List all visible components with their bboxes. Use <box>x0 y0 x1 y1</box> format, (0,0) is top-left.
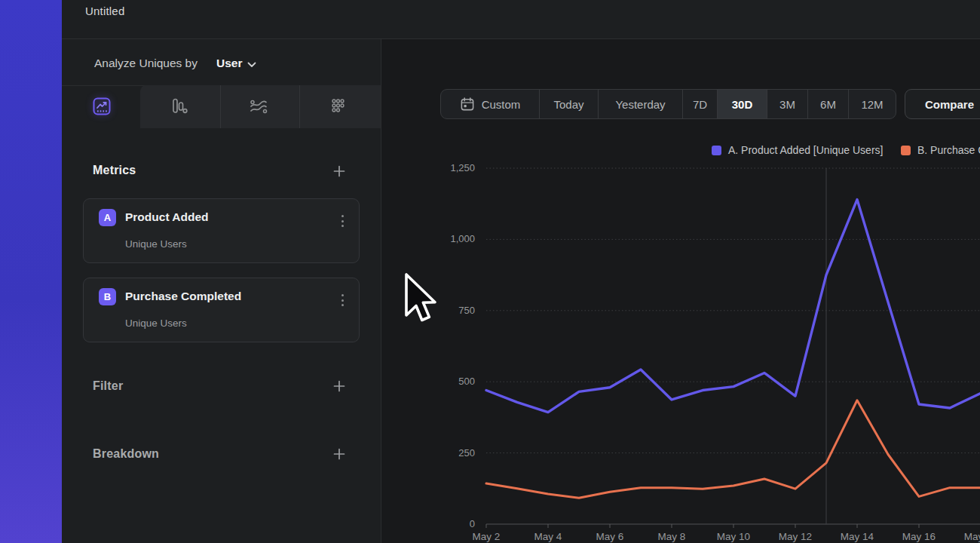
chevron-down-icon <box>247 62 256 68</box>
tab-divider <box>299 85 300 128</box>
line-chart-icon <box>93 97 111 115</box>
plus-icon <box>333 165 345 177</box>
metric-subtitle[interactable]: Unique Users <box>125 318 187 329</box>
tab-insights[interactable] <box>84 89 119 124</box>
line-chart[interactable] <box>381 39 980 543</box>
add-metric-button[interactable] <box>332 164 346 178</box>
add-breakdown-button[interactable] <box>332 447 346 461</box>
metric-title: Purchase Completed <box>125 290 241 303</box>
breakdown-heading: Breakdown <box>93 447 159 461</box>
tab-divider <box>220 85 221 128</box>
metric-card-b[interactable]: B Purchase Completed Unique Users <box>83 278 360 342</box>
add-filter-button[interactable] <box>332 379 346 393</box>
tab-bar-chart[interactable] <box>162 89 197 124</box>
analyze-uniques-label: Analyze Uniques by <box>94 57 198 70</box>
metric-options-button[interactable] <box>338 291 347 309</box>
query-sidebar: Analyze Uniques by User <box>62 39 381 543</box>
tab-flows[interactable] <box>241 89 276 124</box>
app-window: Untitled Analyze Uniques by User <box>0 0 980 543</box>
plus-icon <box>333 380 345 392</box>
metric-badge-b: B <box>99 288 116 305</box>
tab-retention[interactable] <box>320 89 355 124</box>
metric-card-a[interactable]: A Product Added Unique Users <box>83 198 360 263</box>
analyze-entity-dropdown[interactable]: User <box>216 57 242 70</box>
header-bar <box>62 0 980 39</box>
metric-title: Product Added <box>125 210 209 224</box>
cursor-pointer <box>404 273 439 326</box>
report-title[interactable]: Untitled <box>85 5 124 17</box>
metric-badge-a: A <box>99 209 116 226</box>
retention-grid-icon <box>328 97 348 116</box>
metric-subtitle[interactable]: Unique Users <box>125 238 187 250</box>
analyze-row: Analyze Uniques by User <box>62 39 381 86</box>
bar-chart-icon <box>170 97 189 116</box>
brand-gradient-strip <box>0 0 62 543</box>
chart-panel: Custom Today Yesterday 7D 30D 3M 6M 12M … <box>381 39 980 543</box>
metrics-heading: Metrics <box>93 164 136 177</box>
metric-options-button[interactable] <box>338 212 347 230</box>
flows-icon <box>249 97 268 116</box>
plus-icon <box>333 448 345 460</box>
filter-heading: Filter <box>93 379 123 393</box>
